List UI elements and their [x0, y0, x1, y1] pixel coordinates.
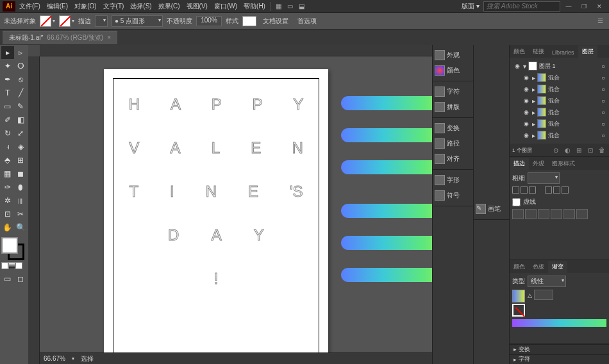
gradient-mode[interactable]	[8, 262, 15, 269]
tab-gradient[interactable]: 渐变	[548, 261, 567, 273]
width-tool[interactable]: ⫞	[1, 140, 14, 153]
close-tab-icon[interactable]: ×	[107, 34, 111, 41]
layer-row[interactable]: ◉▸混合○	[512, 129, 606, 141]
minimize-button[interactable]: —	[562, 2, 576, 11]
gap-input[interactable]	[551, 209, 562, 219]
fill-swatch[interactable]	[40, 15, 51, 27]
menu-effect[interactable]: 效果(C)	[156, 1, 183, 12]
menu-help[interactable]: 帮助(H)	[241, 1, 268, 12]
tab-links[interactable]: 链接	[529, 46, 548, 58]
gpu-icon[interactable]: ⬓	[297, 1, 307, 12]
gradient-fill-swatch[interactable]	[512, 290, 525, 302]
tab-appearance[interactable]: 外观	[529, 158, 548, 170]
gradient-slider[interactable]	[512, 319, 606, 327]
stroke-swatch[interactable]	[59, 15, 71, 27]
bridge-icon[interactable]: ▦	[274, 1, 284, 12]
dock-paragraph[interactable]: 拼版	[433, 99, 473, 115]
shaper-tool[interactable]: ✐	[1, 113, 14, 126]
layer-row-parent[interactable]: ◉▾图层 1○	[512, 60, 606, 72]
cap-square[interactable]	[529, 186, 536, 194]
hand-tool[interactable]: ✋	[1, 221, 14, 234]
cap-butt[interactable]	[512, 186, 519, 194]
layer-row[interactable]: ◉▸混合○	[512, 72, 606, 83]
screen-mode[interactable]: ▭	[1, 272, 14, 285]
dock-transform[interactable]: 变换	[433, 120, 473, 136]
layer-row[interactable]: ◉▸混合○	[512, 83, 606, 95]
document-tab[interactable]: 未标题-1.ai* 66.67% (RGB/预览) ×	[3, 31, 117, 44]
prefs-button[interactable]: 首选项	[295, 15, 319, 27]
menu-object[interactable]: 对象(O)	[72, 1, 99, 12]
line-tool[interactable]: ╱	[15, 87, 28, 99]
layer-row[interactable]: ◉▸混合○	[512, 106, 606, 118]
type-tool[interactable]: T	[1, 87, 14, 99]
gradient-tool[interactable]: ◼	[15, 167, 28, 180]
paintbrush-tool[interactable]: ✎	[15, 100, 28, 113]
scale-tool[interactable]: ⤢	[15, 127, 28, 140]
gradient-stroke-swatch[interactable]	[512, 304, 525, 317]
join-bevel[interactable]	[562, 186, 569, 194]
direct-selection-tool[interactable]: ▹	[15, 46, 28, 59]
dash-input[interactable]	[512, 209, 524, 219]
dock-brushes[interactable]: ✎画笔	[474, 201, 509, 217]
search-input[interactable]: 搜索 Adobe Stock	[483, 1, 560, 12]
zoom-tool[interactable]: 🔍	[15, 221, 28, 234]
dock-symbols[interactable]: 符号	[433, 188, 473, 203]
artboard-tool[interactable]: ⊡	[1, 208, 14, 220]
canvas[interactable]: HAPPY VALEN TINE'S DAY !	[40, 56, 432, 352]
transform-panel-collapsed[interactable]: 变换	[510, 344, 609, 354]
menu-edit[interactable]: 编辑(E)	[44, 1, 71, 12]
doc-setup-button[interactable]: 文档设置	[260, 15, 291, 27]
slice-tool[interactable]: ✂	[15, 208, 28, 220]
menu-window[interactable]: 窗口(W)	[212, 1, 240, 12]
tab-graphic-styles[interactable]: 图形样式	[548, 158, 579, 170]
layer-row[interactable]: ◉▸混合○	[512, 95, 606, 106]
dash-input[interactable]	[538, 209, 549, 219]
rotate-tool[interactable]: ↻	[1, 127, 14, 140]
tab-color[interactable]: 颜色	[510, 46, 529, 58]
gradient-type-dropdown[interactable]: 线性	[528, 276, 566, 287]
symbol-sprayer-tool[interactable]: ✲	[1, 194, 14, 207]
dock-glyphs[interactable]: 字形	[433, 172, 473, 188]
graph-tool[interactable]: ⫼	[15, 194, 28, 207]
lasso-tool[interactable]: ⵔ	[15, 60, 28, 72]
shape-builder-tool[interactable]: ⬘	[1, 154, 14, 167]
dock-character[interactable]: 字符	[433, 84, 473, 99]
vertical-ruler[interactable]	[28, 56, 40, 364]
style-swatch[interactable]	[242, 16, 256, 26]
none-mode[interactable]	[15, 262, 22, 269]
selection-tool[interactable]: ▸	[1, 46, 14, 59]
join-miter[interactable]	[545, 186, 552, 194]
stroke-weight-input[interactable]	[95, 15, 108, 27]
dash-input[interactable]	[563, 209, 575, 219]
free-transform-tool[interactable]: ◈	[15, 140, 28, 153]
mesh-tool[interactable]: ▦	[1, 167, 14, 180]
dashed-checkbox[interactable]	[512, 198, 521, 206]
eraser-tool[interactable]: ◧	[15, 113, 28, 126]
eyedropper-tool[interactable]: ✑	[1, 181, 14, 194]
dock-pathfinder[interactable]: 路径	[433, 136, 473, 151]
character-panel-collapsed[interactable]: 字符	[510, 354, 609, 365]
menu-file[interactable]: 文件(F)	[17, 1, 43, 12]
tab-swatches[interactable]: 色板	[529, 261, 548, 273]
gap-input[interactable]	[525, 209, 537, 219]
zoom-level[interactable]: 66.67%	[44, 355, 65, 362]
dock-appearance[interactable]: 外观	[433, 47, 473, 63]
weight-input[interactable]	[528, 172, 560, 184]
workspace-switcher[interactable]: 版面 ▾	[459, 1, 482, 12]
blend-tool[interactable]: ⬮	[15, 181, 28, 194]
maximize-button[interactable]: ❐	[577, 2, 591, 11]
close-button[interactable]: ✕	[592, 2, 606, 11]
tab-libraries[interactable]: Libraries	[548, 47, 578, 58]
opacity-input[interactable]: 100%	[196, 16, 222, 26]
tab-stroke[interactable]: 描边	[510, 158, 529, 170]
delete-icon[interactable]: 🗑	[597, 145, 606, 154]
menu-view[interactable]: 视图(V)	[184, 1, 210, 12]
dock-color[interactable]: 颜色	[433, 63, 473, 78]
dock-align[interactable]: 对齐	[433, 151, 473, 167]
curvature-tool[interactable]: ⎋	[15, 73, 28, 86]
color-mode[interactable]	[1, 262, 8, 269]
rectangle-tool[interactable]: ▭	[1, 100, 14, 113]
screen-mode-2[interactable]: ◻	[15, 272, 28, 285]
brush-dropdown[interactable]: ● 5 点圆形	[112, 15, 163, 27]
mask-icon[interactable]: ◐	[563, 145, 572, 154]
